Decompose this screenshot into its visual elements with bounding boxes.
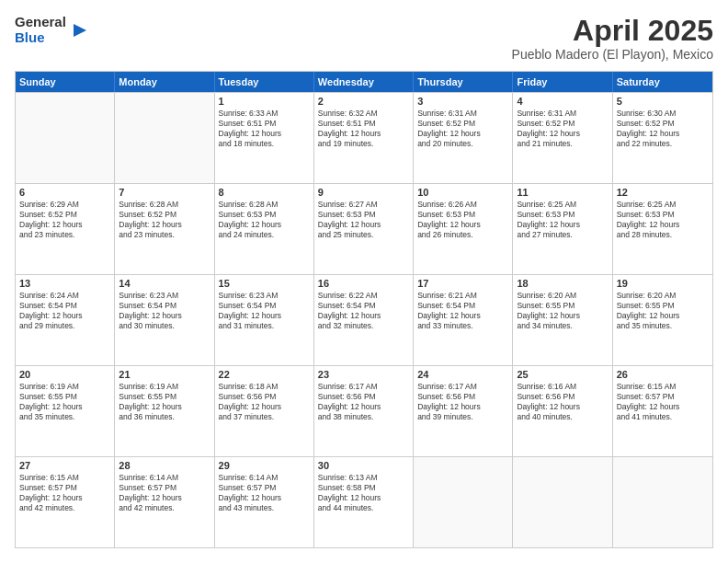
calendar-header-cell: Saturday (613, 72, 712, 92)
cell-line: and 30 minutes. (119, 321, 210, 331)
cell-line: Daylight: 12 hours (318, 311, 409, 321)
cell-line: and 25 minutes. (318, 230, 409, 240)
day-number: 24 (417, 369, 508, 380)
calendar-cell: 26Sunrise: 6:15 AMSunset: 6:57 PMDayligh… (613, 366, 712, 456)
calendar-cell: 15Sunrise: 6:23 AMSunset: 6:54 PMDayligh… (215, 275, 314, 365)
cell-line: Sunrise: 6:17 AM (417, 382, 508, 392)
calendar-cell: 20Sunrise: 6:19 AMSunset: 6:55 PMDayligh… (16, 366, 115, 456)
cell-line: Sunrise: 6:25 AM (617, 200, 709, 210)
cell-line: and 34 minutes. (517, 321, 608, 331)
cell-line: Sunset: 6:54 PM (19, 301, 110, 311)
cell-line: Sunrise: 6:23 AM (119, 291, 210, 301)
cell-line: Sunset: 6:52 PM (119, 210, 210, 220)
calendar-cell (414, 457, 513, 547)
day-number: 15 (219, 278, 310, 289)
cell-line: and 42 minutes. (119, 503, 210, 513)
calendar-cell: 24Sunrise: 6:17 AMSunset: 6:56 PMDayligh… (414, 366, 513, 456)
cell-line: Daylight: 12 hours (119, 493, 210, 503)
calendar-cell: 27Sunrise: 6:15 AMSunset: 6:57 PMDayligh… (16, 457, 115, 547)
cell-line: and 35 minutes. (617, 321, 709, 331)
calendar-cell: 28Sunrise: 6:14 AMSunset: 6:57 PMDayligh… (115, 457, 214, 547)
cell-line: Sunrise: 6:15 AM (617, 382, 709, 392)
cell-line: Daylight: 12 hours (19, 493, 110, 503)
cell-line: Daylight: 12 hours (19, 220, 110, 230)
cell-line: Sunset: 6:56 PM (219, 392, 310, 402)
calendar-cell: 16Sunrise: 6:22 AMSunset: 6:54 PMDayligh… (314, 275, 414, 365)
calendar-cell (16, 93, 115, 183)
cell-line: Daylight: 12 hours (318, 220, 409, 230)
calendar-header-cell: Monday (115, 72, 214, 92)
cell-line: Daylight: 12 hours (417, 311, 508, 321)
day-number: 23 (318, 369, 409, 380)
day-number: 9 (318, 187, 409, 198)
cell-line: and 21 minutes. (517, 139, 608, 149)
calendar-cell: 3Sunrise: 6:31 AMSunset: 6:52 PMDaylight… (414, 93, 513, 183)
cell-line: and 28 minutes. (617, 230, 709, 240)
cell-line: Sunset: 6:51 PM (219, 119, 310, 129)
subtitle: Pueblo Madero (El Playon), Mexico (512, 47, 713, 62)
cell-line: Sunrise: 6:22 AM (318, 291, 409, 301)
calendar-cell: 19Sunrise: 6:20 AMSunset: 6:55 PMDayligh… (613, 275, 712, 365)
calendar-cell: 11Sunrise: 6:25 AMSunset: 6:53 PMDayligh… (513, 184, 612, 274)
day-number: 12 (617, 187, 709, 198)
calendar-header-cell: Friday (513, 72, 612, 92)
logo-blue: Blue (15, 30, 66, 46)
cell-line: and 31 minutes. (219, 321, 310, 331)
day-number: 26 (617, 369, 709, 380)
cell-line: Sunrise: 6:20 AM (617, 291, 709, 301)
cell-line: and 40 minutes. (517, 412, 608, 422)
calendar-row: 6Sunrise: 6:29 AMSunset: 6:52 PMDaylight… (16, 183, 712, 274)
cell-line: Sunrise: 6:24 AM (19, 291, 110, 301)
cell-line: and 26 minutes. (417, 230, 508, 240)
cell-line: Sunrise: 6:26 AM (417, 200, 508, 210)
cell-line: Sunset: 6:56 PM (417, 392, 508, 402)
cell-line: Daylight: 12 hours (617, 402, 709, 412)
calendar-cell: 1Sunrise: 6:33 AMSunset: 6:51 PMDaylight… (215, 93, 314, 183)
calendar-header: SundayMondayTuesdayWednesdayThursdayFrid… (16, 72, 712, 92)
cell-line: Sunrise: 6:25 AM (517, 200, 608, 210)
cell-line: Sunset: 6:53 PM (517, 210, 608, 220)
calendar-cell: 21Sunrise: 6:19 AMSunset: 6:55 PMDayligh… (115, 366, 214, 456)
logo-arrow-icon (70, 20, 90, 40)
cell-line: Sunrise: 6:23 AM (219, 291, 310, 301)
cell-line: and 41 minutes. (617, 412, 709, 422)
calendar-cell: 9Sunrise: 6:27 AMSunset: 6:53 PMDaylight… (314, 184, 414, 274)
cell-line: Sunrise: 6:32 AM (318, 109, 409, 119)
day-number: 25 (517, 369, 608, 380)
cell-line: Daylight: 12 hours (119, 402, 210, 412)
calendar-cell: 2Sunrise: 6:32 AMSunset: 6:51 PMDaylight… (314, 93, 414, 183)
cell-line: Daylight: 12 hours (219, 311, 310, 321)
cell-line: Daylight: 12 hours (19, 402, 110, 412)
calendar-header-cell: Wednesday (314, 72, 414, 92)
cell-line: Daylight: 12 hours (517, 129, 608, 139)
cell-line: Sunrise: 6:16 AM (517, 382, 608, 392)
calendar-cell: 8Sunrise: 6:28 AMSunset: 6:53 PMDaylight… (215, 184, 314, 274)
calendar-cell: 22Sunrise: 6:18 AMSunset: 6:56 PMDayligh… (215, 366, 314, 456)
calendar-cell: 4Sunrise: 6:31 AMSunset: 6:52 PMDaylight… (513, 93, 612, 183)
cell-line: and 23 minutes. (119, 230, 210, 240)
calendar-body: 1Sunrise: 6:33 AMSunset: 6:51 PMDaylight… (16, 92, 712, 547)
day-number: 29 (219, 460, 310, 471)
cell-line: Sunrise: 6:33 AM (219, 109, 310, 119)
day-number: 30 (318, 460, 409, 471)
calendar-row: 20Sunrise: 6:19 AMSunset: 6:55 PMDayligh… (16, 365, 712, 456)
cell-line: and 42 minutes. (19, 503, 110, 513)
calendar-cell: 13Sunrise: 6:24 AMSunset: 6:54 PMDayligh… (16, 275, 115, 365)
cell-line: Sunrise: 6:17 AM (318, 382, 409, 392)
cell-line: Daylight: 12 hours (119, 311, 210, 321)
cell-line: Daylight: 12 hours (417, 129, 508, 139)
cell-line: Sunrise: 6:13 AM (318, 473, 409, 483)
cell-line: Sunset: 6:53 PM (417, 210, 508, 220)
cell-line: Sunrise: 6:28 AM (119, 200, 210, 210)
cell-line: Daylight: 12 hours (517, 402, 608, 412)
cell-line: Sunset: 6:57 PM (617, 392, 709, 402)
calendar-cell: 25Sunrise: 6:16 AMSunset: 6:56 PMDayligh… (513, 366, 612, 456)
cell-line: Sunrise: 6:21 AM (417, 291, 508, 301)
calendar-header-cell: Thursday (414, 72, 513, 92)
cell-line: Daylight: 12 hours (119, 220, 210, 230)
cell-line: and 27 minutes. (517, 230, 608, 240)
day-number: 19 (617, 278, 709, 289)
calendar-row: 13Sunrise: 6:24 AMSunset: 6:54 PMDayligh… (16, 274, 712, 365)
day-number: 2 (318, 96, 409, 107)
day-number: 18 (517, 278, 608, 289)
